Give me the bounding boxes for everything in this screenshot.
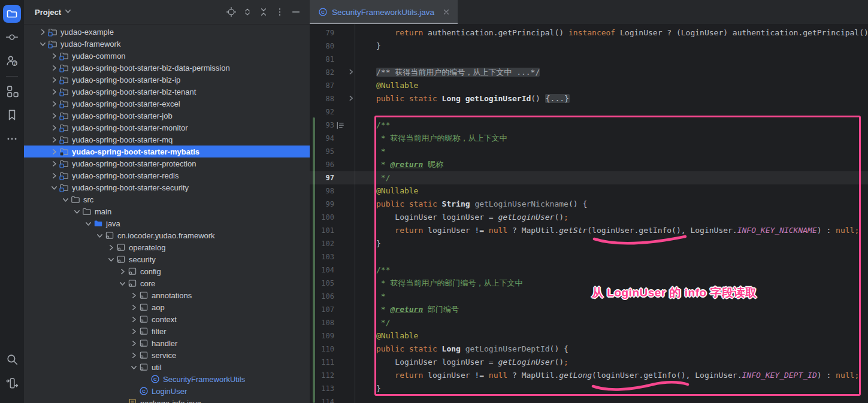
tree-item-package-info-java[interactable]: package-info.java — [24, 397, 310, 403]
chevron-down-icon[interactable] — [129, 363, 139, 371]
line-number[interactable]: 102 — [310, 237, 334, 250]
code-line-103[interactable]: 103 — [310, 250, 868, 263]
chevron-right-icon[interactable] — [129, 352, 139, 359]
code-line-107[interactable]: 107 * @return 部门编号 — [310, 303, 868, 316]
code-line-112[interactable]: 112 return loginUser != null ? MapUtil.g… — [310, 369, 868, 382]
chevron-down-icon[interactable] — [72, 208, 82, 216]
chevron-right-icon[interactable] — [129, 316, 139, 323]
chevron-right-icon[interactable] — [117, 268, 128, 275]
line-number[interactable]: 97 — [310, 171, 334, 184]
line-number[interactable]: 80 — [310, 40, 334, 53]
line-number[interactable]: 88 — [310, 92, 334, 105]
tree-item-securityframeworkutils[interactable]: CSecurityFrameworkUtils — [24, 373, 310, 385]
chevron-down-icon[interactable] — [95, 232, 105, 240]
chevron-right-icon[interactable] — [106, 244, 116, 252]
code-line-106[interactable]: 106 * — [310, 290, 868, 303]
line-number[interactable]: 108 — [310, 316, 334, 329]
line-number[interactable]: 114 — [310, 395, 334, 403]
fold-marker-icon[interactable] — [347, 68, 355, 75]
code-line-102[interactable]: 102} — [310, 237, 868, 250]
line-number[interactable]: 104 — [310, 263, 334, 277]
tree-item-operatelog[interactable]: operatelog — [24, 241, 310, 253]
tree-item-yudao-example[interactable]: yudao-example — [24, 26, 310, 38]
tree-item-yudao-framework[interactable]: yudao-framework — [24, 38, 310, 50]
line-number[interactable]: 99 — [310, 198, 334, 211]
terminal-tool-icon[interactable] — [4, 375, 20, 392]
code-line-100[interactable]: 100 LoginUser loginUser = getLoginUser()… — [310, 211, 868, 224]
chevron-down-icon[interactable] — [83, 220, 93, 228]
tree-item-security[interactable]: security — [24, 253, 310, 265]
tree-item-yudao-spring-boot-starter-job[interactable]: yudao-spring-boot-starter-job — [24, 110, 310, 122]
chevron-down-icon[interactable] — [106, 256, 116, 263]
search-everywhere-icon[interactable] — [4, 351, 20, 368]
code-line-99[interactable]: 99public static String getLoginUserNickn… — [310, 198, 868, 211]
line-number[interactable]: 96 — [310, 158, 334, 171]
line-number[interactable]: 93 — [310, 119, 334, 132]
code-line-113[interactable]: 113} — [310, 382, 868, 395]
hide-panel-icon[interactable] — [289, 5, 303, 19]
editor-tab[interactable]: CSecurityFrameworkUtils.java — [310, 0, 458, 24]
code-line-114[interactable]: 114 — [310, 395, 868, 403]
tree-item-java[interactable]: java — [24, 217, 310, 229]
tree-item-yudao-spring-boot-starter-biz-tenant[interactable]: yudao-spring-boot-starter-biz-tenant — [24, 86, 310, 98]
code-line-109[interactable]: 109@Nullable — [310, 329, 868, 343]
code-line-87[interactable]: 87@Nullable — [310, 79, 868, 92]
code-line-108[interactable]: 108 */ — [310, 316, 868, 329]
code-line-81[interactable]: 81 — [310, 53, 868, 66]
tree-item-handler[interactable]: handler — [24, 337, 310, 349]
tree-item-config[interactable]: config — [24, 265, 310, 277]
fold-marker-icon[interactable] — [347, 95, 355, 102]
line-number[interactable]: 79 — [310, 26, 334, 40]
code-line-105[interactable]: 105 * 获得当前用户的部门编号，从上下文中 — [310, 277, 868, 290]
line-number[interactable]: 95 — [310, 145, 334, 158]
tree-item-cn-iocoder-yudao-framework[interactable]: cn.iocoder.yudao.framework — [24, 229, 310, 241]
code-line-110[interactable]: 110public static Long getLoginUserDeptId… — [310, 343, 868, 356]
line-number[interactable]: 82 — [310, 66, 334, 79]
line-number[interactable]: 94 — [310, 132, 334, 145]
code-line-97[interactable]: 97 */ — [310, 171, 868, 184]
line-number[interactable]: 101 — [310, 224, 334, 237]
tree-item-yudao-spring-boot-starter-security[interactable]: yudao-spring-boot-starter-security — [24, 181, 310, 193]
commit-tool-icon[interactable] — [4, 29, 20, 46]
chevron-right-icon[interactable] — [38, 28, 48, 36]
chevron-right-icon[interactable] — [49, 52, 59, 60]
line-number[interactable]: 87 — [310, 79, 334, 92]
chevron-right-icon[interactable] — [49, 100, 59, 108]
tree-item-aop[interactable]: aop — [24, 301, 310, 313]
tree-item-yudao-spring-boot-starter-mybatis[interactable]: yudao-spring-boot-starter-mybatis — [24, 146, 310, 157]
code-line-104[interactable]: 104/** — [310, 263, 868, 277]
code-line-92[interactable]: 92 — [310, 105, 868, 119]
options-menu-icon[interactable] — [273, 5, 286, 19]
tree-item-yudao-spring-boot-starter-redis[interactable]: yudao-spring-boot-starter-redis — [24, 169, 310, 181]
render-doc-icon[interactable] — [336, 122, 344, 129]
tree-item-src[interactable]: src — [24, 193, 310, 205]
code-line-96[interactable]: 96 * @return 昵称 — [310, 158, 868, 171]
chevron-right-icon[interactable] — [49, 172, 59, 180]
chevron-right-icon[interactable] — [49, 64, 59, 72]
code-line-79[interactable]: 79 return authentication.getPrincipal() … — [310, 26, 868, 40]
chevron-right-icon[interactable] — [49, 136, 59, 144]
project-title-dropdown[interactable]: Project — [35, 7, 72, 17]
code-editor[interactable]: 79 return authentication.getPrincipal() … — [310, 24, 868, 403]
tree-item-yudao-spring-boot-starter-biz-ip[interactable]: yudao-spring-boot-starter-biz-ip — [24, 74, 310, 86]
code-line-101[interactable]: 101 return loginUser != null ? MapUtil.g… — [310, 224, 868, 237]
close-tab-icon[interactable] — [441, 7, 452, 17]
line-number[interactable]: 105 — [310, 277, 334, 290]
chevron-right-icon[interactable] — [49, 160, 59, 168]
line-number[interactable]: 113 — [310, 382, 334, 395]
tree-item-yudao-spring-boot-starter-mq[interactable]: yudao-spring-boot-starter-mq — [24, 134, 310, 146]
chevron-right-icon[interactable] — [49, 112, 59, 120]
code-line-111[interactable]: 111 LoginUser loginUser = getLoginUser()… — [310, 356, 868, 369]
chevron-right-icon[interactable] — [129, 304, 139, 311]
line-number[interactable]: 109 — [310, 329, 334, 343]
tree-item-yudao-spring-boot-starter-excel[interactable]: yudao-spring-boot-starter-excel — [24, 98, 310, 110]
pull-requests-icon[interactable]: ? — [4, 52, 20, 69]
tree-item-loginuser[interactable]: CLoginUser — [24, 385, 310, 397]
bookmarks-tool-icon[interactable] — [4, 107, 20, 123]
tree-item-context[interactable]: context — [24, 313, 310, 325]
locate-file-icon[interactable] — [225, 5, 238, 19]
chevron-down-icon[interactable] — [49, 184, 59, 192]
line-number[interactable]: 92 — [310, 105, 334, 119]
tree-item-yudao-spring-boot-starter-monitor[interactable]: yudao-spring-boot-starter-monitor — [24, 122, 310, 134]
structure-tool-icon[interactable] — [4, 83, 20, 99]
